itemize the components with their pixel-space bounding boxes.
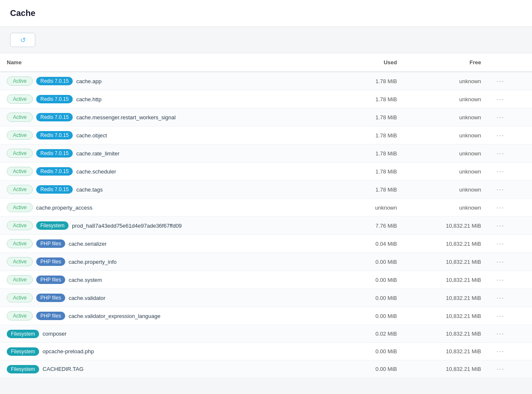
used-value: 0.00 MiB [336, 344, 404, 359]
status-badge: Active [7, 149, 33, 158]
name-cell: ActiveRedis 7.0.15cache.app [0, 72, 336, 90]
table-row: ActivePHP filescache.system0.00 MiB10,83… [0, 271, 532, 289]
status-badge: Active [7, 95, 33, 104]
table-row: ActiveRedis 7.0.15cache.rate_limiter1.78… [0, 144, 532, 163]
toolbar: ↺ [0, 27, 532, 53]
item-name: cache.http [76, 96, 101, 102]
used-value: 1.78 MiB [336, 182, 404, 197]
used-value: 0.00 MiB [336, 291, 404, 305]
row-actions-button[interactable]: ··· [488, 217, 513, 234]
type-badge: Redis 7.0.15 [36, 149, 73, 158]
col-free: Free [404, 53, 488, 71]
col-used: Used [336, 53, 404, 71]
used-value: 1.78 MiB [336, 128, 404, 143]
free-value: unknown [404, 128, 488, 143]
name-cell: ActivePHP filescache.serializer [0, 235, 336, 252]
status-badge: Active [7, 131, 33, 140]
used-value: 1.78 MiB [336, 74, 404, 89]
item-name: cache.scheduler [76, 168, 116, 175]
name-cell: ActivePHP filescache.validator [0, 289, 336, 307]
used-value: unknown [336, 200, 404, 215]
name-cell: ActiveRedis 7.0.15cache.object [0, 126, 336, 144]
type-badge: PHP files [36, 312, 65, 320]
type-badge: Redis 7.0.15 [36, 95, 73, 103]
name-cell: ActivePHP filescache.system [0, 271, 336, 289]
type-badge: Filesystem [36, 221, 69, 230]
row-actions-button[interactable]: ··· [488, 289, 513, 307]
col-name: Name [0, 53, 336, 71]
row-actions-button[interactable]: ··· [488, 307, 513, 325]
used-value: 1.78 MiB [336, 92, 404, 107]
table-row: Filesystemcomposer0.02 MiB10,832.21 MiB·… [0, 325, 532, 343]
item-name: cache.serializer [69, 241, 106, 247]
table-row: ActivePHP filescache.validator_expressio… [0, 307, 532, 325]
name-cell: ActiveRedis 7.0.15cache.scheduler [0, 163, 336, 180]
row-actions-button[interactable]: ··· [488, 91, 513, 108]
row-actions-button[interactable]: ··· [488, 360, 513, 378]
used-value: 7.76 MiB [336, 218, 404, 233]
free-value: unknown [404, 200, 488, 215]
table-row: ActiveRedis 7.0.15cache.app1.78 MiBunkno… [0, 72, 532, 90]
item-name: prod_ha87a43edd75e61d4e97ade36f67ffd09 [72, 223, 182, 229]
free-value: 10,832.21 MiB [404, 309, 488, 323]
table-header: Name Used Free [0, 53, 532, 72]
status-badge: Active [7, 257, 33, 266]
row-actions-button[interactable]: ··· [488, 109, 513, 126]
free-value: 10,832.21 MiB [404, 255, 488, 269]
name-cell: Filesystemopcache-preload.php [0, 343, 336, 360]
free-value: 10,832.21 MiB [404, 362, 488, 376]
row-actions-button[interactable]: ··· [488, 163, 513, 180]
item-name: cache.messenger.restart_workers_signal [76, 114, 175, 121]
name-cell: Filesystemcomposer [0, 326, 336, 342]
col-actions [488, 53, 513, 71]
free-value: unknown [404, 182, 488, 197]
row-actions-button[interactable]: ··· [488, 235, 513, 252]
row-actions-button[interactable]: ··· [488, 127, 513, 144]
used-value: 0.00 MiB [336, 309, 404, 323]
row-actions-button[interactable]: ··· [488, 325, 513, 342]
row-actions-button[interactable]: ··· [488, 343, 513, 360]
table-row: ActivePHP filescache.property_info0.00 M… [0, 253, 532, 271]
row-actions-button[interactable]: ··· [488, 199, 513, 216]
type-badge: PHP files [36, 239, 65, 248]
row-actions-button[interactable]: ··· [488, 145, 513, 162]
table-row: ActivePHP filescache.validator0.00 MiB10… [0, 289, 532, 307]
used-value: 0.00 MiB [336, 255, 404, 269]
name-cell: FilesystemCACHEDIR.TAG [0, 361, 336, 378]
name-cell: ActiveRedis 7.0.15cache.tags [0, 181, 336, 198]
name-cell: ActiveRedis 7.0.15cache.http [0, 90, 336, 108]
table-row: ActiveRedis 7.0.15cache.object1.78 MiBun… [0, 126, 532, 144]
item-name: cache.validator [69, 295, 105, 301]
table-row: ActiveRedis 7.0.15cache.scheduler1.78 Mi… [0, 163, 532, 181]
status-badge: Active [7, 275, 33, 284]
row-actions-button[interactable]: ··· [488, 253, 513, 271]
table-row: Filesystemopcache-preload.php0.00 MiB10,… [0, 343, 532, 360]
item-name: cache.property_access [36, 205, 93, 211]
row-actions-button[interactable]: ··· [488, 73, 513, 90]
type-badge: Redis 7.0.15 [36, 113, 73, 121]
free-value: 10,832.21 MiB [404, 218, 488, 233]
type-badge: Filesystem [7, 330, 39, 338]
table-container: Name Used Free ActiveRedis 7.0.15cache.a… [0, 53, 532, 378]
used-value: 0.00 MiB [336, 362, 404, 376]
row-actions-button[interactable]: ··· [488, 181, 513, 198]
status-badge: Active [7, 76, 33, 86]
name-cell: Activecache.property_access [0, 199, 336, 216]
used-value: 1.78 MiB [336, 146, 404, 161]
refresh-button[interactable]: ↺ [10, 33, 35, 47]
status-badge: Active [7, 293, 33, 302]
item-name: cache.rate_limiter [76, 150, 119, 157]
name-cell: ActiveRedis 7.0.15cache.messenger.restar… [0, 108, 336, 126]
status-badge: Active [7, 311, 33, 320]
status-badge: Active [7, 185, 33, 194]
item-name: opcache-preload.php [42, 348, 94, 355]
row-actions-button[interactable]: ··· [488, 271, 513, 289]
status-badge: Active [7, 167, 33, 176]
table-row: ActiveRedis 7.0.15cache.tags1.78 MiBunkn… [0, 181, 532, 199]
item-name: cache.system [69, 277, 102, 283]
status-badge: Active [7, 203, 33, 212]
name-cell: ActiveRedis 7.0.15cache.rate_limiter [0, 144, 336, 162]
free-value: 10,832.21 MiB [404, 326, 488, 341]
item-name: composer [42, 331, 66, 337]
free-value: unknown [404, 164, 488, 179]
